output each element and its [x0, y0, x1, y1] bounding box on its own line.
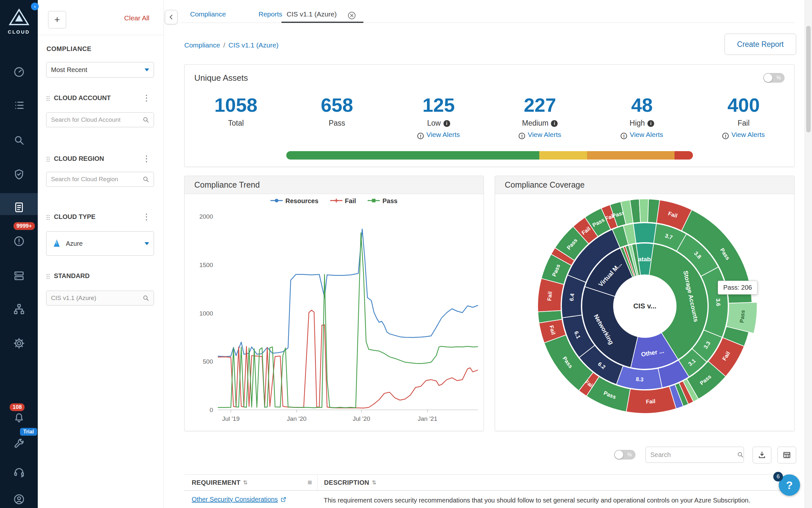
nav-notification-dot[interactable]: › [31, 3, 39, 10]
external-link-icon [280, 496, 287, 503]
nav-settings-item[interactable] [0, 334, 38, 353]
legend-item-pass[interactable]: Pass [368, 197, 398, 205]
requirement-cell: Other Security Considerations [184, 496, 317, 505]
toggle-percent-label: % [776, 73, 781, 83]
view-alerts-link[interactable]: !View Alerts [488, 131, 591, 139]
view-alerts-link[interactable]: !View Alerts [692, 131, 795, 139]
scrollbar-thumb[interactable] [806, 26, 811, 132]
standard-search-input[interactable] [50, 294, 142, 302]
nav-support-item[interactable] [0, 463, 38, 481]
percent-toggle[interactable]: % [763, 73, 784, 83]
coverage-sunburst-chart[interactable]: Datab...Storage AccountsOther ...Network… [495, 194, 795, 431]
legend-item-resources[interactable]: Resources [271, 197, 318, 205]
sidebar-collapse-button[interactable] [165, 10, 178, 24]
alert-circle-icon: ! [722, 133, 729, 139]
chevron-left-icon [168, 13, 175, 21]
tab-compliance[interactable]: Compliance [190, 10, 226, 18]
tab-close-icon[interactable] [347, 11, 356, 20]
left-nav-rail: › CLOUD [0, 0, 38, 508]
column-settings-button[interactable] [777, 447, 796, 463]
shield-icon [13, 168, 25, 180]
nav-defend-item[interactable] [0, 165, 38, 184]
cloud-account-search [46, 113, 154, 127]
create-report-button[interactable]: Create Report [724, 34, 796, 55]
svg-text:500: 500 [203, 358, 213, 365]
legend-item-fail[interactable]: Fail [330, 197, 356, 205]
bar-segment-pass [286, 151, 539, 160]
download-button[interactable] [753, 447, 771, 463]
sort-select-value: Most Recent [51, 66, 87, 74]
kebab-menu-icon[interactable]: ⋮ [142, 93, 151, 103]
gear-icon [13, 337, 25, 349]
cloud-region-search-input[interactable] [50, 175, 142, 183]
breadcrumb-current-link[interactable]: CIS v1.1 (Azure) [229, 41, 279, 49]
layers-icon [13, 270, 25, 282]
kebab-menu-icon[interactable]: ⋮ [142, 154, 151, 164]
app-logo[interactable]: CLOUD [0, 8, 38, 35]
filter-section-standard: STANDARD [38, 271, 163, 281]
toggle-percent-label: % [627, 450, 632, 460]
nav-compliance-item[interactable] [0, 198, 38, 217]
sort-icon[interactable]: ⇅ [243, 479, 247, 486]
nav-dashboard-item[interactable] [0, 62, 38, 81]
compliance-trend-card: Compliance Trend Resources Fail Pass 050… [184, 176, 484, 431]
column-header-description[interactable]: DESCRIPTION ⇅ [317, 475, 795, 490]
clear-all-filters-link[interactable]: Clear All [124, 14, 149, 22]
breadcrumb-parent-link[interactable]: Compliance [184, 41, 220, 49]
cloud-type-value: Azure [66, 240, 83, 247]
info-icon[interactable]: i [648, 120, 654, 127]
table-percent-toggle[interactable]: % [614, 450, 635, 460]
trial-badge: Trial [20, 428, 37, 436]
requirement-link[interactable]: Other Security Considerations [192, 496, 287, 503]
nav-tools-item[interactable] [0, 434, 38, 453]
filter-panel-title: COMPLIANCE [46, 45, 91, 53]
nav-alerts-item[interactable] [0, 232, 38, 251]
nav-inventory-item[interactable] [0, 96, 38, 115]
table-search-input[interactable] [650, 451, 736, 459]
cloud-account-search-input[interactable] [50, 116, 142, 124]
svg-text:0: 0 [209, 407, 213, 413]
stat-label: Mediumi [488, 119, 591, 128]
requirements-table: REQUIREMENT ⇅ ≡ DESCRIPTION ⇅ Other Secu… [184, 474, 795, 508]
search-icon [736, 451, 744, 459]
drag-handle-icon[interactable] [46, 214, 50, 221]
sort-select[interactable]: Most Recent [46, 62, 154, 78]
trend-legend: Resources Fail Pass [185, 197, 483, 205]
drag-handle-icon[interactable] [46, 95, 50, 102]
column-header-requirement[interactable]: REQUIREMENT ⇅ ≡ [184, 478, 317, 487]
stat-high: 48 Highi !View Alerts [590, 96, 694, 139]
chevron-down-icon [145, 69, 149, 71]
tab-reports[interactable]: Reports [258, 10, 282, 18]
sunburst-center-label: CIS v... [633, 302, 657, 310]
chevron-down-icon [145, 242, 149, 245]
tab-cis-v11-azure[interactable]: CIS v1.1 (Azure) [287, 10, 337, 18]
stat-value: 227 [488, 96, 591, 115]
cloud-type-select[interactable]: Azure [46, 231, 154, 256]
sort-icon[interactable]: ⇅ [372, 479, 376, 486]
drag-handle-icon[interactable] [46, 156, 50, 162]
nav-notifications-item[interactable] [0, 409, 38, 427]
unique-assets-card: Unique Assets % 1058 Total 658 Pass 125 … [184, 64, 795, 167]
nav-assets-item[interactable] [0, 266, 38, 285]
view-alerts-link[interactable]: !View Alerts [590, 131, 694, 139]
info-icon[interactable]: i [443, 120, 450, 127]
bar-segment-high [674, 151, 693, 160]
nav-network-item[interactable] [0, 300, 38, 319]
page-scrollbar[interactable] [805, 0, 812, 508]
trend-line-chart: 0500100015002000Jul '19Jan '20Jul '20Jan… [185, 208, 484, 431]
svg-text:Jul '20: Jul '20 [353, 415, 370, 422]
table-search [646, 447, 744, 463]
nav-investigate-item[interactable] [0, 131, 38, 150]
alert-circle-icon: ! [519, 133, 525, 139]
nav-profile-item[interactable] [0, 490, 38, 508]
info-icon[interactable]: i [551, 120, 558, 127]
kebab-menu-icon[interactable]: ⋮ [142, 212, 151, 222]
toggle-knob [764, 74, 772, 82]
svg-text:Fail: Fail [646, 398, 656, 405]
view-alerts-link[interactable]: !View Alerts [387, 131, 490, 139]
bar-segment-low [539, 151, 587, 160]
column-menu-icon[interactable]: ≡ [307, 478, 312, 487]
drag-handle-icon[interactable] [46, 273, 50, 280]
cloud-logo-icon [8, 8, 30, 26]
add-filter-button[interactable]: + [48, 11, 66, 29]
